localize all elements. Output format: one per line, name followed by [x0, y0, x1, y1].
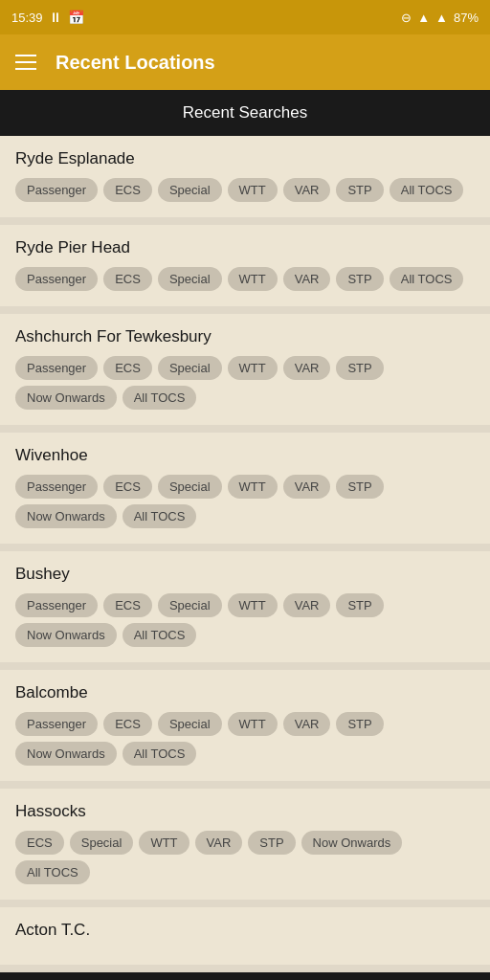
location-tags: PassengerECSSpecialWTTVARSTPNow OnwardsA…	[15, 356, 475, 410]
location-name: Ryde Pier Head	[15, 238, 475, 257]
tag-ecs[interactable]: ECS	[103, 267, 152, 291]
location-tags: PassengerECSSpecialWTTVARSTPNow OnwardsA…	[15, 475, 475, 528]
tag-all-tocs[interactable]: All TOCS	[390, 178, 464, 202]
tag-wtt[interactable]: WTT	[228, 267, 278, 291]
tag-all-tocs[interactable]: All TOCS	[122, 742, 197, 766]
status-right: ⊖ ▲ ▲ 87%	[401, 11, 479, 25]
tag-passenger[interactable]: Passenger	[15, 178, 98, 202]
location-tags: PassengerECSSpecialWTTVARSTPNow OnwardsA…	[15, 712, 475, 766]
tag-wtt[interactable]: WTT	[228, 593, 278, 617]
tag-wtt[interactable]: WTT	[139, 831, 189, 855]
location-name: Wivenhoe	[15, 446, 475, 465]
tag-var[interactable]: VAR	[283, 593, 331, 617]
location-name: Acton T.C.	[15, 921, 475, 940]
tag-all-tocs[interactable]: All TOCS	[122, 623, 197, 647]
page-title: Recent Locations	[56, 52, 215, 74]
tag-passenger[interactable]: Passenger	[15, 267, 98, 291]
tag-wtt[interactable]: WTT	[228, 712, 278, 736]
location-name: Hassocks	[15, 802, 475, 821]
tag-ecs[interactable]: ECS	[15, 831, 64, 855]
location-name: Ryde Esplanade	[15, 149, 475, 168]
tag-now-onwards[interactable]: Now Onwards	[15, 504, 117, 528]
tag-ecs[interactable]: ECS	[103, 178, 152, 202]
tag-stp[interactable]: STP	[248, 831, 295, 855]
tag-ecs[interactable]: ECS	[103, 593, 152, 617]
location-tags: PassengerECSSpecialWTTVARSTPAll TOCS	[15, 178, 475, 202]
tag-stp[interactable]: STP	[336, 475, 383, 499]
tag-now-onwards[interactable]: Now Onwards	[15, 742, 117, 766]
status-bar: 15:39 ⏸ 📅 ⊖ ▲ ▲ 87%	[0, 0, 490, 34]
status-time: 15:39	[11, 11, 43, 25]
app-header: Recent Locations	[0, 34, 490, 90]
tag-stp[interactable]: STP	[336, 267, 383, 291]
tag-stp[interactable]: STP	[336, 356, 383, 380]
tag-ecs[interactable]: ECS	[103, 356, 152, 380]
tag-now-onwards[interactable]: Now Onwards	[301, 831, 403, 855]
tag-all-tocs[interactable]: All TOCS	[122, 504, 197, 528]
location-card[interactable]: HassocksECSSpecialWTTVARSTPNow OnwardsAl…	[0, 789, 490, 907]
location-name: Balcombe	[15, 683, 475, 702]
location-name: Bushey	[15, 565, 475, 584]
location-tags: PassengerECSSpecialWTTVARSTPAll TOCS	[15, 267, 475, 291]
tag-passenger[interactable]: Passenger	[15, 356, 98, 380]
location-card[interactable]: BalcombePassengerECSSpecialWTTVARSTPNow …	[0, 670, 490, 789]
location-name: Ashchurch For Tewkesbury	[15, 327, 475, 346]
tag-wtt[interactable]: WTT	[228, 356, 278, 380]
tag-var[interactable]: VAR	[283, 267, 331, 291]
location-card[interactable]: BusheyPassengerECSSpecialWTTVARSTPNow On…	[0, 551, 490, 670]
location-card[interactable]: Ryde EsplanadePassengerECSSpecialWTTVARS…	[0, 136, 490, 225]
tag-var[interactable]: VAR	[283, 178, 331, 202]
location-card[interactable]: WivenhoePassengerECSSpecialWTTVARSTPNow …	[0, 433, 490, 551]
tag-var[interactable]: VAR	[283, 475, 331, 499]
tag-var[interactable]: VAR	[283, 712, 331, 736]
location-tags: PassengerECSSpecialWTTVARSTPNow OnwardsA…	[15, 593, 475, 647]
tag-passenger[interactable]: Passenger	[15, 712, 98, 736]
tag-all-tocs[interactable]: All TOCS	[15, 860, 90, 884]
tag-special[interactable]: Special	[158, 178, 222, 202]
tag-wtt[interactable]: WTT	[228, 475, 278, 499]
tag-var[interactable]: VAR	[283, 356, 331, 380]
tag-stp[interactable]: STP	[336, 593, 383, 617]
location-card[interactable]: Ashchurch For TewkesburyPassengerECSSpec…	[0, 314, 490, 433]
menu-button[interactable]	[15, 55, 36, 70]
tag-special[interactable]: Special	[158, 593, 222, 617]
tag-now-onwards[interactable]: Now Onwards	[15, 623, 117, 647]
tag-ecs[interactable]: ECS	[103, 712, 152, 736]
calendar-icon: 📅	[68, 10, 84, 25]
tag-stp[interactable]: STP	[336, 712, 383, 736]
tag-all-tocs[interactable]: All TOCS	[122, 386, 197, 410]
location-card[interactable]: Acton T.C.	[0, 907, 490, 972]
tag-stp[interactable]: STP	[336, 178, 383, 202]
player-icon: ⏸	[49, 10, 62, 25]
content-area: Ryde EsplanadePassengerECSSpecialWTTVARS…	[0, 136, 490, 972]
tag-special[interactable]: Special	[70, 831, 134, 855]
battery-text: 87%	[454, 11, 479, 25]
location-card[interactable]: Ryde Pier HeadPassengerECSSpecialWTTVARS…	[0, 225, 490, 314]
tag-all-tocs[interactable]: All TOCS	[390, 267, 464, 291]
tag-passenger[interactable]: Passenger	[15, 475, 98, 499]
signal-icon: ▲	[435, 11, 448, 25]
location-tags: ECSSpecialWTTVARSTPNow OnwardsAll TOCS	[15, 831, 475, 884]
tag-special[interactable]: Special	[158, 267, 222, 291]
tag-passenger[interactable]: Passenger	[15, 593, 98, 617]
tag-var[interactable]: VAR	[195, 831, 243, 855]
tag-wtt[interactable]: WTT	[228, 178, 278, 202]
navigation-bar: ◀	[0, 972, 490, 980]
no-disturb-icon: ⊖	[401, 11, 412, 25]
tag-special[interactable]: Special	[158, 712, 222, 736]
status-left: 15:39 ⏸ 📅	[11, 10, 84, 25]
tag-ecs[interactable]: ECS	[103, 475, 152, 499]
section-header: Recent Searches	[0, 90, 490, 136]
tag-special[interactable]: Special	[158, 475, 222, 499]
wifi-icon: ▲	[417, 11, 430, 25]
tag-now-onwards[interactable]: Now Onwards	[15, 386, 117, 410]
tag-special[interactable]: Special	[158, 356, 222, 380]
